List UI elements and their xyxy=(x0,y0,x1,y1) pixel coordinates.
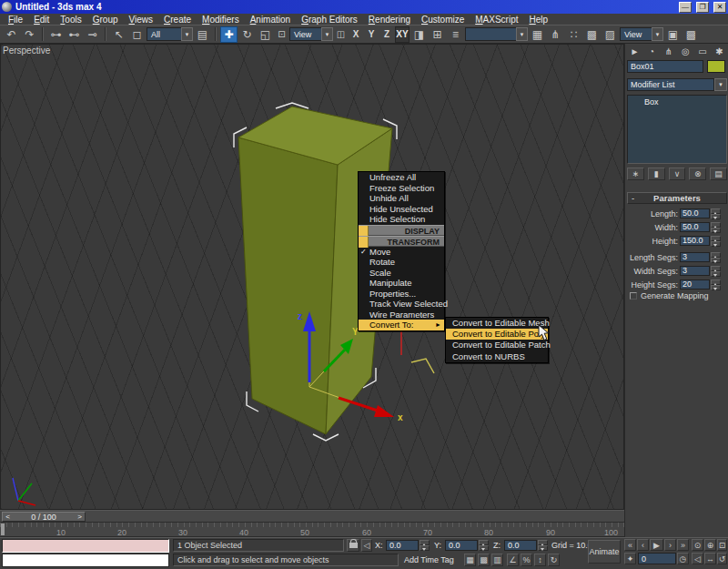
x-coord-field[interactable]: 0.0 xyxy=(386,540,419,551)
menu-rendering[interactable]: Rendering xyxy=(363,15,416,25)
snap-toggle-3d-button[interactable]: ▦ xyxy=(464,554,476,566)
bind-spacewarp-button[interactable]: ⊸ xyxy=(84,26,101,43)
close-button[interactable]: ✕ xyxy=(713,2,726,13)
menu-item-convert-to[interactable]: Convert To: ► xyxy=(359,320,444,330)
named-selection-dropdown[interactable]: ▼ xyxy=(465,27,528,41)
tab-motion[interactable]: ◎ xyxy=(678,45,693,57)
menu-item-hide-selection[interactable]: Hide Selection xyxy=(359,214,444,225)
generate-mapping-checkbox[interactable] xyxy=(630,292,637,300)
mirror-button[interactable]: ◨ xyxy=(410,26,428,43)
object-name-field[interactable]: Box01 xyxy=(627,60,703,73)
snap-toggle-button[interactable]: ▥ xyxy=(491,554,503,566)
width-field[interactable]: 50.0 xyxy=(680,222,710,232)
menu-tools[interactable]: Tools xyxy=(55,15,86,25)
tab-display[interactable]: ▭ xyxy=(694,45,710,57)
tab-modify[interactable]: ◔ xyxy=(644,45,660,57)
z-coord-field[interactable]: 0.0 xyxy=(504,540,537,551)
menu-item-convert-nurbs[interactable]: Convert to NURBS xyxy=(446,351,548,362)
tab-utilities[interactable]: ✱ xyxy=(712,45,727,57)
selection-filter-dropdown[interactable]: All ▼ xyxy=(147,27,193,41)
maxscript-mini-listener-white[interactable] xyxy=(2,554,169,567)
menu-item-unhide-all[interactable]: Unhide All xyxy=(359,193,444,204)
render-scene-button[interactable]: ▩ xyxy=(583,26,601,43)
menu-item-convert-editable-mesh[interactable]: Convert to Editable Mesh xyxy=(446,318,548,329)
spinner-snap-button[interactable]: ↕ xyxy=(534,554,546,566)
prev-frame-arrow[interactable]: < xyxy=(3,513,13,521)
menu-item-convert-editable-patch[interactable]: Convert to Editable Patch xyxy=(446,340,548,351)
menu-item-track-view-selected[interactable]: Track View Selected xyxy=(359,299,444,310)
arc-rotate-button[interactable]: ↺ xyxy=(717,553,727,564)
animate-button[interactable]: Animate xyxy=(588,540,621,564)
menu-item-scale[interactable]: Scale xyxy=(359,268,444,279)
menu-maxscript[interactable]: MAXScript xyxy=(470,15,523,25)
width-segs-field[interactable]: 3 xyxy=(680,266,710,276)
select-by-name-button[interactable]: ▤ xyxy=(194,26,211,43)
y-coord-spinner[interactable] xyxy=(479,540,489,551)
time-configuration-button[interactable]: ◷ xyxy=(677,553,689,564)
render-type-button[interactable]: ▨ xyxy=(602,26,619,43)
render-last-button[interactable]: ▩ xyxy=(682,26,700,43)
zoom-extents-button[interactable]: ⊡ xyxy=(717,539,727,551)
width-segs-spinner[interactable] xyxy=(711,266,721,277)
pan-button[interactable]: ↔ xyxy=(704,553,716,564)
length-field[interactable]: 50.0 xyxy=(680,208,710,218)
unlink-button[interactable]: ⊷ xyxy=(66,26,83,43)
track-view-button[interactable]: ▦ xyxy=(529,26,546,43)
menu-item-convert-editable-poly[interactable]: Convert to Editable Poly xyxy=(446,329,548,340)
length-segs-field[interactable]: 3 xyxy=(680,252,710,262)
redo-button[interactable]: ↷ xyxy=(21,26,38,43)
track-bar[interactable] xyxy=(0,523,624,537)
menu-file[interactable]: File xyxy=(3,15,28,25)
dropdown-arrow-icon[interactable]: ▼ xyxy=(321,27,333,41)
zoom-button[interactable]: ⊙ xyxy=(692,539,703,551)
material-editor-button[interactable]: ∷ xyxy=(565,26,582,43)
menu-item-rotate[interactable]: Rotate xyxy=(359,257,444,268)
menu-edit[interactable]: Edit xyxy=(28,15,55,25)
time-slider-handle[interactable]: < 0 / 100 > xyxy=(2,512,86,522)
rotate-button[interactable]: ↻ xyxy=(238,26,256,43)
maxscript-mini-listener-pink[interactable] xyxy=(2,539,169,553)
menu-item-manipulate[interactable]: Manipulate xyxy=(359,278,444,289)
time-slider-track[interactable]: < 0 / 100 > xyxy=(0,510,624,523)
height-segs-field[interactable]: 20 xyxy=(680,279,710,290)
previous-frame-button[interactable]: ‹ xyxy=(637,539,649,551)
menu-group[interactable]: Group xyxy=(87,15,124,25)
quick-render-button[interactable]: ▣ xyxy=(664,26,682,43)
dropdown-arrow-icon[interactable]: ▼ xyxy=(181,27,193,41)
height-spinner[interactable] xyxy=(711,236,721,247)
menu-item-freeze-selection[interactable]: Freeze Selection xyxy=(359,183,444,194)
maximize-button[interactable]: ❐ xyxy=(696,2,709,13)
restrict-y-button[interactable]: Y xyxy=(364,26,379,43)
menu-item-properties[interactable]: Properties... xyxy=(359,289,444,300)
move-button[interactable]: ✚ xyxy=(220,26,238,43)
go-to-start-button[interactable]: « xyxy=(624,539,636,551)
next-frame-button[interactable]: › xyxy=(664,539,676,551)
selection-lock-button[interactable] xyxy=(347,539,359,552)
array-button[interactable]: ⊞ xyxy=(429,26,446,43)
snap-toggle-25d-button[interactable]: ▩ xyxy=(478,554,490,566)
region-select-button[interactable]: ◻ xyxy=(128,26,146,43)
quad-header-display[interactable]: DISPLAY xyxy=(359,225,444,236)
snap-cycle-button[interactable]: ↻ xyxy=(548,554,560,566)
restrict-z-button[interactable]: Z xyxy=(379,26,394,43)
undo-button[interactable]: ↶ xyxy=(3,26,20,43)
show-end-result-button[interactable]: ▮ xyxy=(648,168,665,180)
track-bar-frame-marker[interactable] xyxy=(1,523,5,535)
z-coord-spinner[interactable] xyxy=(538,540,548,551)
percent-snap-button[interactable]: % xyxy=(521,554,532,566)
length-spinner[interactable] xyxy=(711,208,721,219)
modifier-list-dropdown[interactable]: Modifier List xyxy=(627,78,714,91)
scale-button[interactable]: ◱ xyxy=(257,26,274,43)
manipulate-button[interactable]: ⊡ xyxy=(275,26,288,43)
menu-animation[interactable]: Animation xyxy=(245,15,296,25)
parameters-rollout-header[interactable]: - Parameters xyxy=(627,192,727,204)
play-button[interactable]: ▶ xyxy=(650,539,663,551)
menu-help[interactable]: Help xyxy=(524,15,554,25)
tab-hierarchy[interactable]: ⋔ xyxy=(661,45,676,57)
use-center-button[interactable]: ◫ xyxy=(334,26,348,43)
menu-create[interactable]: Create xyxy=(158,15,197,25)
next-frame-arrow[interactable]: > xyxy=(75,513,85,521)
configure-modifier-sets-button[interactable]: ▤ xyxy=(710,168,727,180)
width-spinner[interactable] xyxy=(711,222,721,233)
height-segs-spinner[interactable] xyxy=(711,279,721,290)
